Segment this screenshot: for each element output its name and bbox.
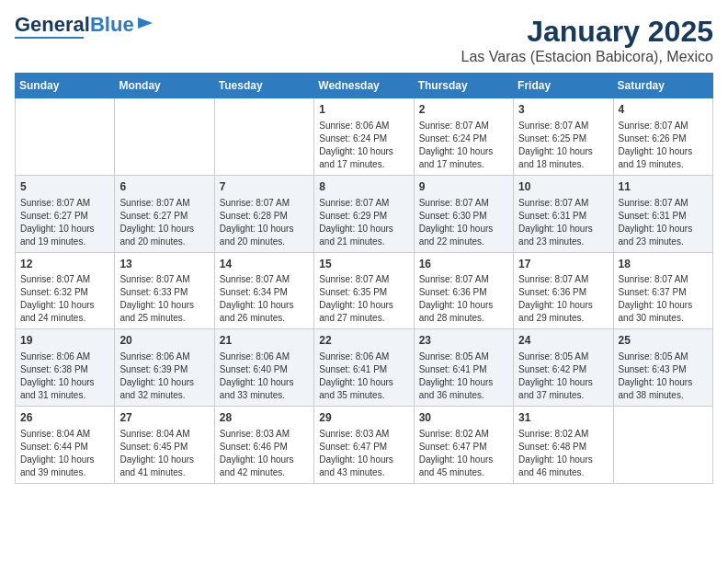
cell-info: Sunrise: 8:07 AM (319, 197, 408, 210)
day-number: 1 (319, 102, 408, 118)
cell-info: Daylight: 10 hours (20, 299, 109, 312)
day-number: 6 (119, 179, 209, 195)
calendar-table: SundayMondayTuesdayWednesdayThursdayFrid… (15, 73, 713, 484)
day-number: 26 (20, 410, 109, 426)
cell-info: and 24 minutes. (20, 312, 109, 325)
day-number: 13 (119, 257, 209, 272)
cell-info: Sunset: 6:42 PM (518, 363, 608, 376)
day-number: 14 (220, 257, 309, 272)
calendar-cell: 19Sunrise: 8:06 AMSunset: 6:38 PMDayligh… (16, 329, 115, 407)
cell-info: and 19 minutes. (20, 236, 109, 248)
calendar-cell: 13Sunrise: 8:07 AMSunset: 6:33 PMDayligh… (115, 252, 214, 329)
logo-underline (15, 37, 84, 39)
cell-info: Sunset: 6:39 PM (119, 363, 209, 376)
day-number: 5 (20, 179, 109, 195)
day-number: 17 (518, 257, 608, 272)
day-number: 3 (518, 102, 608, 118)
calendar-cell: 14Sunrise: 8:07 AMSunset: 6:34 PMDayligh… (214, 252, 313, 329)
cell-info: and 32 minutes. (119, 389, 209, 402)
cell-info: and 43 minutes. (319, 466, 408, 479)
cell-info: Daylight: 10 hours (419, 145, 508, 158)
cell-info: and 20 minutes. (220, 236, 309, 248)
column-header-sunday: Sunday (16, 74, 115, 98)
cell-info: Daylight: 10 hours (419, 223, 508, 236)
calendar-cell: 23Sunrise: 8:05 AMSunset: 6:41 PMDayligh… (414, 329, 513, 407)
calendar-cell: 12Sunrise: 8:07 AMSunset: 6:32 PMDayligh… (16, 252, 115, 329)
day-number: 2 (419, 102, 508, 118)
calendar-cell: 26Sunrise: 8:04 AMSunset: 6:44 PMDayligh… (16, 407, 115, 484)
cell-info: Sunset: 6:36 PM (518, 286, 608, 299)
week-row-1: 1Sunrise: 8:06 AMSunset: 6:24 PMDaylight… (16, 98, 713, 176)
calendar-cell: 6Sunrise: 8:07 AMSunset: 6:27 PMDaylight… (115, 175, 214, 252)
cell-info: and 17 minutes. (319, 158, 408, 171)
day-number: 27 (119, 410, 209, 426)
day-number: 11 (619, 179, 708, 195)
calendar-cell (115, 98, 214, 176)
calendar-subtitle: Las Varas (Estacion Babicora), Mexico (461, 49, 713, 65)
day-number: 16 (419, 257, 508, 272)
cell-info: and 23 minutes. (619, 236, 708, 248)
cell-info: Sunrise: 8:07 AM (518, 197, 608, 210)
calendar-cell (214, 98, 313, 176)
cell-info: Daylight: 10 hours (220, 223, 309, 236)
cell-info: and 31 minutes. (20, 389, 109, 402)
cell-info: and 36 minutes. (419, 389, 508, 402)
cell-info: Sunset: 6:33 PM (119, 286, 209, 299)
calendar-cell: 3Sunrise: 8:07 AMSunset: 6:25 PMDaylight… (514, 98, 613, 176)
cell-info: Sunrise: 8:07 AM (20, 273, 109, 286)
calendar-cell: 27Sunrise: 8:04 AMSunset: 6:45 PMDayligh… (115, 407, 214, 484)
cell-info: and 23 minutes. (518, 236, 608, 248)
cell-info: Sunrise: 8:07 AM (119, 273, 209, 286)
column-header-monday: Monday (115, 74, 214, 98)
cell-info: Daylight: 10 hours (319, 454, 408, 466)
day-number: 21 (220, 333, 309, 349)
cell-info: Sunrise: 8:03 AM (220, 428, 309, 441)
cell-info: Sunset: 6:31 PM (518, 210, 608, 223)
cell-info: and 33 minutes. (220, 389, 309, 402)
calendar-header-row: SundayMondayTuesdayWednesdayThursdayFrid… (16, 74, 713, 98)
calendar-cell: 18Sunrise: 8:07 AMSunset: 6:37 PMDayligh… (613, 252, 712, 329)
cell-info: Daylight: 10 hours (619, 223, 708, 236)
logo: GeneralBlue (15, 15, 154, 39)
header: GeneralBlue January 2025 Las Varas (Esta… (15, 15, 713, 65)
cell-info: Sunset: 6:48 PM (518, 441, 608, 454)
day-number: 31 (518, 410, 608, 426)
calendar-cell (16, 98, 115, 176)
cell-info: Daylight: 10 hours (518, 223, 608, 236)
cell-info: Sunrise: 8:07 AM (518, 120, 608, 132)
cell-info: Sunrise: 8:07 AM (619, 273, 708, 286)
cell-info: Sunrise: 8:06 AM (119, 350, 209, 363)
cell-info: Sunrise: 8:05 AM (419, 350, 508, 363)
cell-info: and 37 minutes. (518, 389, 608, 402)
cell-info: Sunset: 6:37 PM (619, 286, 708, 299)
day-number: 15 (319, 257, 408, 272)
calendar-cell: 24Sunrise: 8:05 AMSunset: 6:42 PMDayligh… (514, 329, 613, 407)
calendar-cell: 22Sunrise: 8:06 AMSunset: 6:41 PMDayligh… (314, 329, 414, 407)
cell-info: and 18 minutes. (518, 158, 608, 171)
calendar-cell: 25Sunrise: 8:05 AMSunset: 6:43 PMDayligh… (613, 329, 712, 407)
day-number: 8 (319, 179, 408, 195)
calendar-cell: 8Sunrise: 8:07 AMSunset: 6:29 PMDaylight… (314, 175, 414, 252)
cell-info: Sunset: 6:43 PM (619, 363, 708, 376)
day-number: 7 (220, 179, 309, 195)
cell-info: Sunrise: 8:07 AM (419, 120, 508, 132)
cell-info: Sunset: 6:32 PM (20, 286, 109, 299)
cell-info: Daylight: 10 hours (220, 299, 309, 312)
column-header-saturday: Saturday (613, 74, 712, 98)
cell-info: Sunrise: 8:04 AM (119, 428, 209, 441)
column-header-thursday: Thursday (414, 74, 513, 98)
cell-info: and 38 minutes. (619, 389, 708, 402)
cell-info: Sunset: 6:25 PM (518, 132, 608, 145)
cell-info: Daylight: 10 hours (119, 223, 209, 236)
cell-info: Daylight: 10 hours (119, 454, 209, 466)
cell-info: Sunset: 6:28 PM (220, 210, 309, 223)
week-row-2: 5Sunrise: 8:07 AMSunset: 6:27 PMDaylight… (16, 175, 713, 252)
calendar-body: 1Sunrise: 8:06 AMSunset: 6:24 PMDaylight… (16, 98, 713, 484)
cell-info: Sunset: 6:29 PM (319, 210, 408, 223)
day-number: 25 (619, 333, 708, 349)
cell-info: Sunrise: 8:07 AM (220, 273, 309, 286)
cell-info: and 17 minutes. (419, 158, 508, 171)
calendar-cell: 10Sunrise: 8:07 AMSunset: 6:31 PMDayligh… (514, 175, 613, 252)
cell-info: Sunrise: 8:07 AM (619, 197, 708, 210)
cell-info: Sunset: 6:44 PM (20, 441, 109, 454)
